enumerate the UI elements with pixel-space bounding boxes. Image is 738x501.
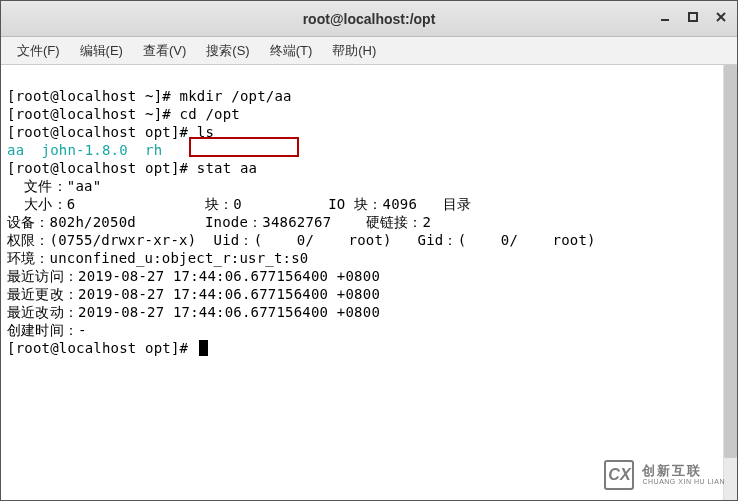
watermark-en: CHUANG XIN HU LIAN — [642, 478, 725, 486]
output-line: 文件："aa" — [7, 178, 101, 194]
prompt: [root@localhost opt]# — [7, 124, 197, 140]
titlebar: root@localhost:/opt — [1, 1, 737, 37]
menu-search[interactable]: 搜索(S) — [196, 38, 259, 64]
menu-edit[interactable]: 编辑(E) — [70, 38, 133, 64]
highlight-box — [189, 137, 299, 157]
output-line: 创建时间：- — [7, 322, 87, 338]
menu-help[interactable]: 帮助(H) — [322, 38, 386, 64]
prompt: [root@localhost opt]# — [7, 160, 197, 176]
output-line: 最近更改：2019-08-27 17:44:06.677156400 +0800 — [7, 286, 380, 302]
minimize-button[interactable] — [653, 5, 677, 29]
command-text: ls — [197, 124, 214, 140]
watermark: CX 创新互联 CHUANG XIN HU LIAN — [604, 460, 725, 490]
output-line: 设备：802h/2050d Inode：34862767 硬链接：2 — [7, 214, 431, 230]
command-text: mkdir /opt/aa — [180, 88, 292, 104]
menubar: 文件(F) 编辑(E) 查看(V) 搜索(S) 终端(T) 帮助(H) — [1, 37, 737, 65]
ls-entry: rh — [145, 142, 162, 158]
scrollbar[interactable] — [723, 65, 737, 501]
terminal-pane[interactable]: [root@localhost ~]# mkdir /opt/aa [root@… — [1, 65, 737, 501]
output-line: 最近改动：2019-08-27 17:44:06.677156400 +0800 — [7, 304, 380, 320]
prompt: [root@localhost opt]# — [7, 340, 197, 356]
command-text: cd /opt — [180, 106, 240, 122]
cursor-icon — [199, 340, 208, 356]
menu-view[interactable]: 查看(V) — [133, 38, 196, 64]
watermark-text: 创新互联 CHUANG XIN HU LIAN — [642, 464, 725, 486]
command-text: stat aa — [197, 160, 257, 176]
menu-terminal[interactable]: 终端(T) — [260, 38, 323, 64]
window-controls — [653, 5, 733, 29]
prompt: [root@localhost ~]# — [7, 106, 180, 122]
output-line: 大小：6 块：0 IO 块：4096 目录 — [7, 196, 471, 212]
watermark-cn: 创新互联 — [642, 464, 725, 478]
window-title: root@localhost:/opt — [303, 11, 436, 27]
ls-entry: john-1.8.0 — [42, 142, 128, 158]
scrollbar-thumb[interactable] — [724, 65, 737, 458]
output-line: 权限：(0755/drwxr-xr-x) Uid：( 0/ root) Gid：… — [7, 232, 596, 248]
output-line: 环境：unconfined_u:object_r:usr_t:s0 — [7, 250, 308, 266]
menu-file[interactable]: 文件(F) — [7, 38, 70, 64]
prompt: [root@localhost ~]# — [7, 88, 180, 104]
maximize-button[interactable] — [681, 5, 705, 29]
svg-rect-1 — [689, 13, 697, 21]
watermark-logo-icon: CX — [604, 460, 634, 490]
ls-entry: aa — [7, 142, 24, 158]
output-line: 最近访问：2019-08-27 17:44:06.677156400 +0800 — [7, 268, 380, 284]
close-button[interactable] — [709, 5, 733, 29]
